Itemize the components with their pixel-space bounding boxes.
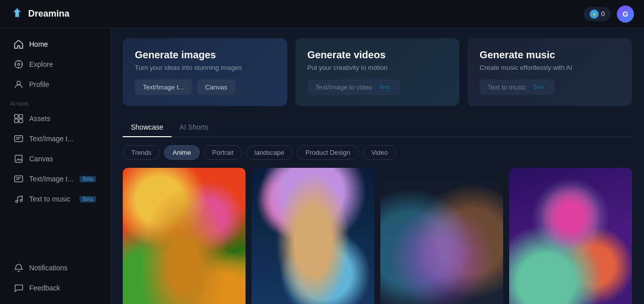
textimage-btn[interactable]: Text/Image t... [135,79,192,95]
bell-icon [14,263,23,272]
coins-badge[interactable]: ⚡ 0 [584,7,611,21]
gallery-item-giraffe[interactable] [123,168,246,304]
feature-card-images-title: Generate images [135,49,275,61]
feature-card-videos: Generate videos Put your creativity in m… [295,38,460,106]
app-name: Dreamina [28,9,69,19]
chip-anime[interactable]: Anime [164,145,200,160]
sidebar-item-notifications-label: Notifications [29,264,67,272]
feature-card-music-btns: Text to music Beta [479,79,620,95]
sidebar-item-explore[interactable]: Explore [4,55,106,74]
sidebar-item-textimage-label: Text/Image t... [29,135,73,143]
svg-point-10 [17,81,21,85]
sidebar-item-profile[interactable]: Profile [4,75,106,94]
textimage-icon [14,134,23,143]
chip-product-design[interactable]: Product Design [297,145,359,160]
avatar[interactable]: G [617,6,634,23]
explore-icon [14,60,23,69]
sidebar-item-home[interactable]: Home [4,35,106,54]
main-content: Generate images Turn your ideas into stu… [111,28,644,304]
sidebar-item-explore-label: Explore [29,60,53,68]
chip-portrait[interactable]: Portrait [204,145,242,160]
chip-landscape[interactable]: landscape [246,145,293,160]
feedback-icon [14,283,23,292]
svg-rect-11 [15,115,18,118]
chip-trends[interactable]: Trends [123,145,160,160]
sidebar-item-notifications[interactable]: Notifications [4,258,106,277]
svg-point-23 [20,199,22,201]
text-to-video-beta: Beta [377,84,392,90]
text-to-music-btn[interactable]: Text to music Beta [479,79,554,95]
svg-rect-15 [15,136,23,142]
gallery-item-anime-girl[interactable]: Gelyn Lakwatsera 62 821 [252,168,374,304]
showcase-tabs: Showcase AI Shorts [123,118,632,137]
gallery: Gelyn Lakwatsera 62 821 [123,168,632,304]
text-to-video-label: Text/Image to video [315,83,372,91]
sidebar-item-profile-label: Profile [29,80,49,88]
assets-icon [14,114,23,123]
sidebar-item-home-label: Home [29,40,48,48]
home-icon [14,40,23,49]
gallery-item-mushroom-girl[interactable] [509,168,632,304]
sidebar-item-textimage[interactable]: Text/Image t... [4,129,106,148]
feature-card-videos-desc: Put your creativity in motion [307,64,448,71]
app-header: Dreamina ⚡ 0 G [0,0,644,28]
sidebar-item-canvas-label: Canvas [29,155,53,163]
filter-chips: Trends Anime Portrait landscape Product … [123,145,632,160]
feature-card-music-title: Generate music [479,49,620,61]
sidebar-item-textmusic-label: Text to music [29,195,70,203]
feature-card-videos-title: Generate videos [307,49,448,61]
sidebar-item-textimage2[interactable]: Text/Image t... Beta [4,169,106,188]
chip-video[interactable]: Video [363,145,396,160]
textmusic-beta-badge: Beta [79,196,96,202]
sidebar-item-canvas[interactable]: Canvas [4,149,106,168]
sidebar-item-textmusic[interactable]: Text to music Beta [4,189,106,209]
sidebar-item-assets[interactable]: Assets [4,109,106,128]
logo-area: Dreamina [10,7,69,21]
music-icon [14,194,23,204]
logo-icon [10,7,24,21]
sidebar-item-textimage2-label: Text/Image t... [29,175,73,183]
layout: Home Explore Profile AI tools [0,28,644,304]
svg-rect-12 [19,115,23,118]
svg-point-22 [16,200,18,202]
feature-card-images-desc: Turn your ideas into stunning images [135,64,275,71]
canvas-icon [14,154,23,163]
svg-point-5 [18,63,20,65]
sidebar-item-feedback-label: Feedback [29,284,60,292]
ai-tools-label: AI tools [0,94,110,109]
feature-card-images: Generate images Turn your ideas into stu… [123,38,287,106]
sidebar-item-feedback[interactable]: Feedback [4,278,106,297]
feature-card-music-desc: Create music effortlessly with AI [479,64,620,71]
tab-showcase[interactable]: Showcase [123,118,172,137]
profile-icon [14,80,23,89]
text-to-music-beta: Beta [531,84,546,90]
gallery-item-zebra[interactable] [380,168,503,304]
feature-card-music: Generate music Create music effortlessly… [467,38,632,106]
canvas-btn[interactable]: Canvas [197,79,235,95]
text-to-video-btn[interactable]: Text/Image to video Beta [307,79,400,95]
coins-count: 0 [601,10,605,18]
svg-rect-19 [15,176,23,182]
coin-icon: ⚡ [590,10,599,19]
tab-ai-shorts[interactable]: AI Shorts [172,118,217,137]
header-right: ⚡ 0 G [584,6,634,23]
textimage2-beta-badge: Beta [79,176,96,182]
svg-rect-13 [15,119,18,123]
sidebar: Home Explore Profile AI tools [0,28,111,304]
svg-text:⚡: ⚡ [592,12,596,17]
sidebar-item-assets-label: Assets [29,115,50,123]
feature-card-videos-btns: Text/Image to video Beta [307,79,448,95]
textimage2-icon [14,174,23,183]
feature-card-images-btns: Text/Image t... Canvas [135,79,275,95]
text-to-music-label: Text to music [488,83,526,91]
feature-cards: Generate images Turn your ideas into stu… [123,38,632,106]
svg-rect-14 [19,119,23,123]
